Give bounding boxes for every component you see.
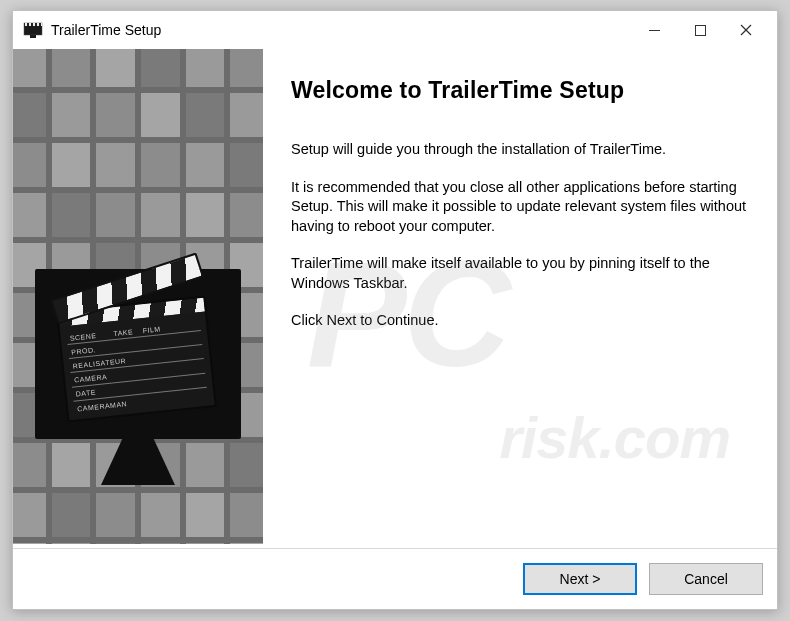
- clapper-label: TAKE: [113, 328, 133, 337]
- content-area: SCENE TAKE FILM PROD. REALISATEUR CAMERA…: [13, 49, 777, 609]
- clapper-label: FILM: [142, 325, 161, 334]
- main-panel: Welcome to TrailerTime Setup Setup will …: [263, 49, 777, 609]
- svg-rect-1: [30, 35, 36, 38]
- recommendation-text: It is recommended that you close all oth…: [291, 178, 751, 237]
- sidebar-graphic: SCENE TAKE FILM PROD. REALISATEUR CAMERA…: [13, 49, 263, 544]
- clapperboard-icon: SCENE TAKE FILM PROD. REALISATEUR CAMERA…: [55, 286, 217, 425]
- svg-rect-6: [695, 25, 705, 35]
- window-controls: [631, 15, 769, 45]
- titlebar[interactable]: TrailerTime Setup: [13, 11, 777, 49]
- intro-text: Setup will guide you through the install…: [291, 140, 751, 160]
- footer-divider: [13, 548, 777, 549]
- svg-rect-2: [24, 23, 42, 26]
- close-button[interactable]: [723, 15, 769, 45]
- cancel-button[interactable]: Cancel: [649, 563, 763, 595]
- next-button[interactable]: Next >: [523, 563, 637, 595]
- taskbar-note-text: TrailerTime will make itself available t…: [291, 254, 751, 293]
- button-row: Next > Cancel: [523, 563, 763, 595]
- app-icon: [23, 20, 43, 40]
- clapper-label: SCENE: [69, 332, 96, 342]
- page-title: Welcome to TrailerTime Setup: [291, 77, 751, 104]
- continue-text: Click Next to Continue.: [291, 311, 751, 331]
- installer-window: TrailerTime Setup: [12, 10, 778, 610]
- window-title: TrailerTime Setup: [51, 22, 631, 38]
- maximize-button[interactable]: [677, 15, 723, 45]
- minimize-button[interactable]: [631, 15, 677, 45]
